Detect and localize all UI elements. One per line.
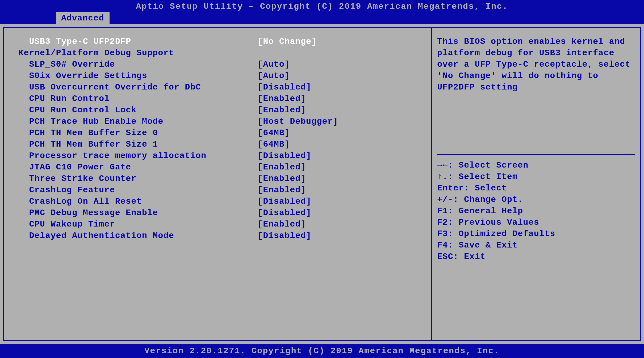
setting-value: [Host Debugger]: [258, 116, 416, 127]
setting-value: [64MB]: [258, 139, 416, 150]
setting-value: [No Change]: [258, 36, 416, 47]
nav-row: F2: Previous Values: [437, 217, 635, 228]
nav-row: →←: Select Screen: [437, 160, 635, 171]
help-panel: This BIOS option enables kernel and plat…: [431, 27, 641, 341]
setting-value: [64MB]: [258, 127, 416, 139]
setting-label: PCH TH Mem Buffer Size 1: [18, 139, 258, 150]
setting-label: Three Strike Counter: [18, 173, 258, 184]
setting-value: [Disabled]: [258, 207, 416, 219]
setting-label: CPU Run Control Lock: [18, 104, 258, 116]
nav-action: Save & Exit: [453, 240, 518, 250]
setting-label: PCH Trace Hub Enable Mode: [18, 116, 258, 127]
setting-value: [Enabled]: [258, 219, 416, 230]
setting-value: [Enabled]: [258, 184, 416, 196]
nav-row: ESC: Exit: [437, 251, 635, 262]
tab-bar: Advanced: [0, 13, 644, 24]
setting-row[interactable]: Processor trace memory allocation[Disabl…: [18, 150, 416, 161]
nav-row: +/-: Change Opt.: [437, 194, 635, 205]
nav-action: Select: [469, 183, 507, 193]
setting-row[interactable]: Delayed Authentication Mode[Disabled]: [18, 230, 416, 241]
nav-key: ESC:: [437, 252, 459, 262]
setting-label: JTAG C10 Power Gate: [18, 161, 258, 173]
setting-row[interactable]: PCH Trace Hub Enable Mode[Host Debugger]: [18, 116, 416, 127]
setting-value: [Enabled]: [258, 161, 416, 173]
setting-label: S0ix Override Settings: [18, 70, 258, 82]
setting-value: [Auto]: [258, 59, 416, 70]
header-title: Aptio Setup Utility – Copyright (C) 2019…: [0, 0, 644, 13]
setting-value: [Enabled]: [258, 173, 416, 184]
setting-value: [Enabled]: [258, 93, 416, 104]
setting-row[interactable]: Three Strike Counter[Enabled]: [18, 173, 416, 184]
setting-label: CPU Run Control: [18, 93, 258, 104]
setting-value: [Disabled]: [258, 82, 416, 93]
nav-row: F1: General Help: [437, 205, 635, 217]
help-text: This BIOS option enables kernel and plat…: [437, 36, 635, 93]
setting-value: [Disabled]: [258, 150, 416, 161]
nav-help: →←: Select Screen↑↓: Select ItemEnter: S…: [437, 160, 635, 262]
setting-row[interactable]: PMC Debug Message Enable[Disabled]: [18, 207, 416, 219]
setting-row[interactable]: USB Overcurrent Override for DbC[Disable…: [18, 82, 416, 93]
setting-label: Delayed Authentication Mode: [18, 230, 258, 241]
setting-row[interactable]: CrashLog Feature[Enabled]: [18, 184, 416, 196]
bios-screen: Aptio Setup Utility – Copyright (C) 2019…: [0, 0, 644, 358]
nav-action: Change Opt.: [459, 195, 523, 204]
setting-label: CrashLog On All Reset: [18, 196, 258, 207]
arrow-keys-icon: ↑↓:: [437, 172, 453, 182]
nav-key: F2:: [437, 218, 453, 227]
setting-row[interactable]: PCH TH Mem Buffer Size 0[64MB]: [18, 127, 416, 139]
setting-row[interactable]: CPU Run Control[Enabled]: [18, 93, 416, 104]
setting-value: [258, 47, 416, 59]
nav-row: F3: Optimized Defaults: [437, 228, 635, 240]
main-area: USB3 Type-C UFP2DFP[No Change]Kernel/Pla…: [3, 27, 641, 341]
nav-row: Enter: Select: [437, 182, 635, 194]
nav-key: Enter:: [437, 183, 469, 193]
setting-label: Kernel/Platform Debug Support: [18, 47, 258, 59]
setting-row: Kernel/Platform Debug Support: [18, 47, 416, 59]
nav-row: ↑↓: Select Item: [437, 171, 635, 182]
setting-row[interactable]: CPU Wakeup Timer[Enabled]: [18, 219, 416, 230]
setting-label: Processor trace memory allocation: [18, 150, 258, 161]
setting-row[interactable]: USB3 Type-C UFP2DFP[No Change]: [18, 36, 416, 47]
setting-value: [Enabled]: [258, 104, 416, 116]
arrow-keys-icon: →←:: [437, 160, 453, 170]
setting-row[interactable]: JTAG C10 Power Gate[Enabled]: [18, 161, 416, 173]
setting-label: CPU Wakeup Timer: [18, 219, 258, 230]
nav-row: F4: Save & Exit: [437, 240, 635, 251]
nav-key: F1:: [437, 206, 453, 216]
tab-advanced[interactable]: Advanced: [56, 12, 110, 24]
nav-action: Exit: [459, 252, 486, 262]
nav-action: Optimized Defaults: [453, 229, 555, 239]
help-divider: [437, 154, 635, 155]
setting-row[interactable]: CPU Run Control Lock[Enabled]: [18, 104, 416, 116]
setting-label: PMC Debug Message Enable: [18, 207, 258, 219]
nav-action: Previous Values: [453, 218, 539, 227]
nav-key: +/-:: [437, 195, 459, 204]
setting-label: USB Overcurrent Override for DbC: [18, 82, 258, 93]
nav-action: General Help: [453, 206, 523, 216]
footer-text: Version 2.20.1271. Copyright (C) 2019 Am…: [0, 344, 644, 358]
setting-value: [Disabled]: [258, 230, 416, 241]
setting-label: USB3 Type-C UFP2DFP: [18, 36, 258, 47]
setting-value: [Disabled]: [258, 196, 416, 207]
setting-row[interactable]: PCH TH Mem Buffer Size 1[64MB]: [18, 139, 416, 150]
setting-value: [Auto]: [258, 70, 416, 82]
nav-key: F3:: [437, 229, 453, 239]
setting-label: SLP_S0# Override: [18, 59, 258, 70]
settings-panel: USB3 Type-C UFP2DFP[No Change]Kernel/Pla…: [3, 27, 431, 341]
nav-action: Select Item: [453, 172, 518, 182]
setting-label: CrashLog Feature: [18, 184, 258, 196]
setting-row[interactable]: SLP_S0# Override[Auto]: [18, 59, 416, 70]
setting-row[interactable]: S0ix Override Settings[Auto]: [18, 70, 416, 82]
nav-action: Select Screen: [453, 160, 529, 170]
setting-row[interactable]: CrashLog On All Reset[Disabled]: [18, 196, 416, 207]
setting-label: PCH TH Mem Buffer Size 0: [18, 127, 258, 139]
nav-key: F4:: [437, 240, 453, 250]
